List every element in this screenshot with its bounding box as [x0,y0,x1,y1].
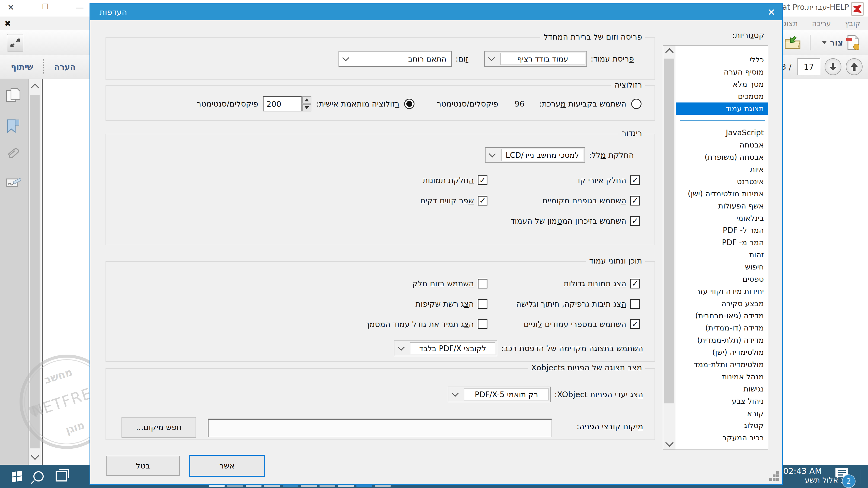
overprint-preview-select[interactable]: לקובצי PDF/X בלבד [394,340,497,356]
taskbar-clock[interactable]: 02:43 AM [783,466,822,476]
previous-page-button[interactable] [846,58,863,75]
open-file-icon[interactable] [785,35,801,50]
start-button[interactable] [8,465,26,488]
taskbar-search-icon[interactable] [30,465,46,488]
create-pdf-button[interactable]: צור [819,33,862,52]
category-item[interactable]: מדידה (גיאו-מרחבית) [676,310,768,322]
category-item[interactable]: איות [676,163,768,175]
category-item[interactable]: מוסיף הערה [676,66,768,78]
category-item[interactable]: מולטימדיה ותלת-ממד [676,358,768,370]
category-item[interactable]: טפסים [676,273,768,285]
screen: ✕ ❐ — obat Pro.עברית-HELP ✖ קובץ עריכה ת… [0,0,868,488]
scrollbar-thumb[interactable] [664,59,674,403]
category-item[interactable]: מסמכים [676,90,768,102]
categories-scrollbar[interactable] [663,45,675,450]
category-item[interactable]: בינלאומי [676,212,768,224]
categories-list[interactable]: כללימוסיף הערהמסך מלאמסמכיםתצוגת עמודJav… [663,45,768,450]
browse-location-button[interactable]: חפש מיקום... [122,417,196,437]
menu-file[interactable]: קובץ [845,19,860,28]
xobject-targets-select[interactable]: רק תואמי PDF/X-5 [448,387,551,402]
category-item[interactable]: מדידה (דו-ממדית) [676,322,768,334]
reference-location-label: מיקום קובצי הפניה: [577,422,643,431]
scroll-down-icon[interactable] [665,438,674,447]
window-restore-button[interactable]: ❐ [39,3,51,11]
always-show-page-size-checkbox[interactable] [478,319,488,329]
chevron-down-icon [489,151,496,157]
category-item[interactable]: אמינות מולטימדיה (ישן) [676,188,768,200]
custom-resolution-stepper[interactable]: 200 [263,96,311,111]
category-item[interactable]: המר ל- PDF [676,224,768,236]
attachments-icon[interactable] [6,148,22,163]
category-item[interactable]: ניהול צבע [676,395,768,407]
checkbox-label: הצג תיבות גרפיקה, חיתוך וגלישה [516,299,626,308]
menu-edit[interactable]: עריכה [812,19,831,28]
notification-badge[interactable]: 2 [842,475,856,488]
bookmarks-icon[interactable] [6,119,22,135]
zoom-label: זום: [456,54,468,63]
category-item[interactable]: קטלוג [676,419,768,432]
category-item[interactable]: אינטרנט [676,175,768,188]
tab-comment[interactable]: הערה [54,62,76,72]
show-transparency-grid-checkbox[interactable] [478,299,488,309]
scroll-up-icon[interactable] [31,83,39,92]
ok-button[interactable]: אשר [189,455,265,477]
next-page-button[interactable] [825,58,841,75]
window-minimize-button[interactable]: — [74,3,86,12]
category-item[interactable]: זהות [676,249,768,261]
system-resolution-radio[interactable] [631,99,642,109]
category-item[interactable]: מסך מלא [676,78,768,90]
category-item[interactable]: כללי [676,54,768,66]
category-item[interactable]: חיפוש [676,261,768,273]
use-page-cache-checkbox[interactable]: ✓ [630,216,640,226]
category-item[interactable]: מבצע סקירה [676,297,768,310]
close-document-icon[interactable]: ✖ [4,19,11,28]
category-item[interactable]: נגישות [676,383,768,395]
category-item[interactable]: יחידות מידה וקווי עזר [676,285,768,297]
category-item[interactable]: רכיב המעקב [676,432,768,444]
category-item[interactable]: מנהל אמינות [676,370,768,383]
category-item[interactable]: JavaScript [676,127,768,139]
stepper-down-button[interactable] [302,104,311,111]
group-title: תוכן ונתוני עמוד [586,256,645,265]
category-item[interactable]: מדידה (תלת-ממדית) [676,334,768,346]
task-view-icon[interactable] [53,465,69,488]
dialog-resize-grip[interactable] [769,471,780,482]
smooth-zooming-checkbox[interactable] [478,279,488,289]
show-large-images-checkbox[interactable]: ✓ [630,279,640,289]
fit-window-button[interactable] [7,34,23,52]
category-item[interactable]: אשף הפעולות [676,200,768,212]
page-number-input[interactable]: 17 [798,58,820,75]
smooth-images-checkbox[interactable]: ✓ [478,175,488,185]
enhance-thin-lines-checkbox[interactable]: ✓ [478,196,488,205]
window-close-button[interactable]: ✕ [5,3,17,12]
system-resolution-label: השתמש בקביעות מערכת: [539,99,626,108]
dialog-close-icon[interactable]: ✕ [768,7,775,18]
category-item[interactable]: תצוגת עמוד [676,102,768,115]
use-local-fonts-checkbox[interactable]: ✓ [630,196,640,205]
page-thumbnails-icon[interactable] [6,88,22,104]
category-item[interactable]: אבטחה [676,139,768,151]
show-art-trim-bleed-checkbox[interactable] [630,299,640,309]
category-item[interactable]: המר מ- PDF [676,236,768,249]
xobject-targets-label: הצג יעדי הפניות XObject: [554,390,643,399]
categories-label: קטגוריות: [732,31,764,40]
page-layout-select[interactable]: עמוד בודד רציף [484,51,587,67]
up-arrow-icon [850,62,858,71]
category-item[interactable]: קורא [676,407,768,419]
stepper-up-button[interactable] [302,96,311,104]
zoom-select[interactable]: התאם רוחב [339,51,452,67]
reference-location-input[interactable] [208,419,552,437]
category-item[interactable]: מולטימדיה (ישן) [676,346,768,358]
tab-share[interactable]: שיתוף [11,62,33,72]
custom-resolution-radio[interactable] [404,99,414,109]
custom-resolution-value[interactable]: 200 [263,96,302,111]
signatures-icon[interactable] [6,176,22,192]
logical-page-numbers-checkbox[interactable]: ✓ [630,319,640,329]
smooth-text-select[interactable]: למסכי מחשב נייד/LCD [485,147,585,163]
system-resolution-units: פיקסלים/סנטימטר [437,99,498,108]
cancel-button[interactable]: בטל [106,456,180,476]
dialog-titlebar[interactable]: העדפות ✕ [90,3,782,20]
smooth-line-art-checkbox[interactable]: ✓ [630,175,640,185]
scroll-up-icon[interactable] [665,48,674,56]
category-item[interactable]: אבטחה (משופרת) [676,151,768,163]
